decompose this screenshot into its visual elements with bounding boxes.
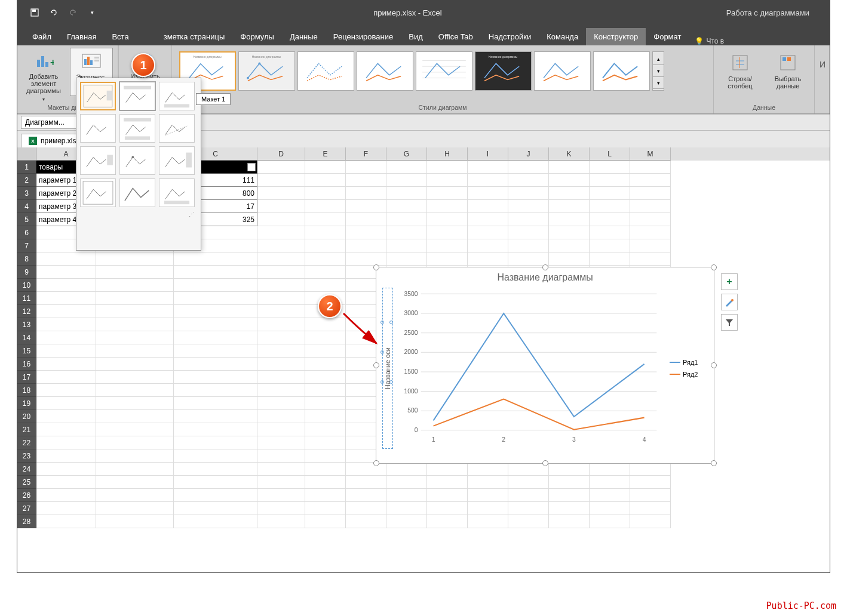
row-header[interactable]: 20	[17, 410, 36, 423]
cell[interactable]	[590, 515, 630, 528]
column-header[interactable]: E	[305, 147, 346, 161]
cell[interactable]	[305, 371, 346, 384]
cell[interactable]	[549, 502, 590, 515]
cell[interactable]	[305, 463, 346, 476]
cell[interactable]	[36, 371, 96, 384]
chart-elements-button[interactable]: +	[721, 273, 738, 290]
tab-office[interactable]: Office Tab	[431, 28, 481, 45]
embedded-chart[interactable]: Название диаграммы Название оси 05001000…	[376, 267, 714, 464]
cell[interactable]	[346, 515, 386, 528]
tab-file[interactable]: Файл	[24, 28, 59, 45]
cell[interactable]	[386, 515, 427, 528]
cell[interactable]	[549, 489, 590, 502]
plot-area[interactable]: 05001000150020002500300035001234	[393, 288, 666, 449]
layout-option-9[interactable]	[159, 146, 195, 175]
cell[interactable]	[468, 476, 508, 489]
row-header[interactable]: 1	[17, 161, 36, 174]
row-header[interactable]: 13	[17, 318, 36, 331]
cell[interactable]	[96, 331, 174, 344]
cell[interactable]	[257, 423, 305, 436]
chart-style-4[interactable]	[357, 51, 413, 91]
cell[interactable]	[174, 266, 257, 279]
cell[interactable]	[549, 239, 590, 252]
cell[interactable]	[508, 239, 549, 252]
cell[interactable]	[257, 187, 305, 200]
cell[interactable]	[549, 476, 590, 489]
cell[interactable]	[257, 489, 305, 502]
cell[interactable]	[96, 358, 174, 371]
tab-team[interactable]: Команда	[539, 28, 586, 45]
cell[interactable]	[257, 174, 305, 187]
cell[interactable]	[257, 476, 305, 489]
row-header[interactable]: 3	[17, 187, 36, 200]
cell[interactable]	[174, 423, 257, 436]
resize-handle[interactable]	[373, 264, 379, 270]
cell[interactable]	[174, 292, 257, 305]
layout-option-6[interactable]	[159, 114, 195, 143]
chart-legend[interactable]: Ряд1 Ряд2	[666, 288, 708, 449]
cell[interactable]	[36, 449, 96, 463]
cell[interactable]	[305, 161, 346, 174]
row-header[interactable]: 18	[17, 384, 36, 397]
cell[interactable]	[468, 226, 508, 239]
row-header[interactable]: 27	[17, 502, 36, 515]
cell[interactable]	[468, 200, 508, 213]
cell[interactable]	[36, 331, 96, 344]
chart-style-5[interactable]	[416, 51, 472, 91]
cell[interactable]	[174, 358, 257, 371]
cell[interactable]	[468, 239, 508, 252]
row-header[interactable]: 14	[17, 331, 36, 344]
chart-style-6[interactable]: Название диаграммы	[475, 51, 532, 91]
cell[interactable]	[174, 515, 257, 528]
chart-style-7[interactable]	[534, 51, 591, 91]
cell[interactable]	[427, 515, 468, 528]
layout-option-7[interactable]	[80, 146, 116, 175]
redo-icon[interactable]	[67, 7, 78, 18]
column-header[interactable]: J	[508, 147, 549, 161]
resize-handle[interactable]	[711, 460, 717, 466]
cell[interactable]	[174, 449, 257, 463]
cell[interactable]	[305, 200, 346, 213]
cell[interactable]	[427, 463, 468, 476]
cell[interactable]	[508, 213, 549, 226]
cell[interactable]	[427, 174, 468, 187]
cell[interactable]	[630, 213, 671, 226]
cell[interactable]	[630, 239, 671, 252]
cell[interactable]	[96, 384, 174, 397]
cell[interactable]	[257, 226, 305, 239]
cell[interactable]	[427, 226, 468, 239]
cell[interactable]	[549, 515, 590, 528]
cell[interactable]	[174, 331, 257, 344]
row-header[interactable]: 8	[17, 252, 36, 266]
cell[interactable]	[468, 174, 508, 187]
cell[interactable]	[305, 476, 346, 489]
chart-title[interactable]: Название диаграммы	[376, 267, 714, 288]
cell[interactable]	[590, 476, 630, 489]
cell[interactable]	[257, 266, 305, 279]
cell[interactable]	[590, 187, 630, 200]
cell[interactable]	[257, 449, 305, 463]
cell[interactable]	[96, 279, 174, 292]
cell[interactable]	[427, 476, 468, 489]
cell[interactable]	[174, 410, 257, 423]
cell[interactable]	[468, 502, 508, 515]
cell[interactable]	[305, 436, 346, 449]
cell[interactable]	[36, 384, 96, 397]
cell[interactable]	[36, 410, 96, 423]
cell[interactable]	[174, 252, 257, 266]
cell[interactable]	[630, 476, 671, 489]
cell[interactable]	[346, 187, 386, 200]
row-header[interactable]: 15	[17, 344, 36, 358]
tell-me-search[interactable]: 💡Что в	[689, 37, 724, 45]
cell[interactable]	[508, 515, 549, 528]
filter-button[interactable]: ▾	[247, 163, 256, 171]
cell[interactable]	[468, 187, 508, 200]
cell[interactable]	[36, 344, 96, 358]
cell[interactable]	[257, 252, 305, 266]
tab-pagelayout[interactable]: зметка страницы	[156, 28, 233, 45]
cell[interactable]	[305, 489, 346, 502]
row-header[interactable]: 11	[17, 292, 36, 305]
cell[interactable]	[305, 279, 346, 292]
cell[interactable]	[468, 515, 508, 528]
cell[interactable]	[174, 344, 257, 358]
